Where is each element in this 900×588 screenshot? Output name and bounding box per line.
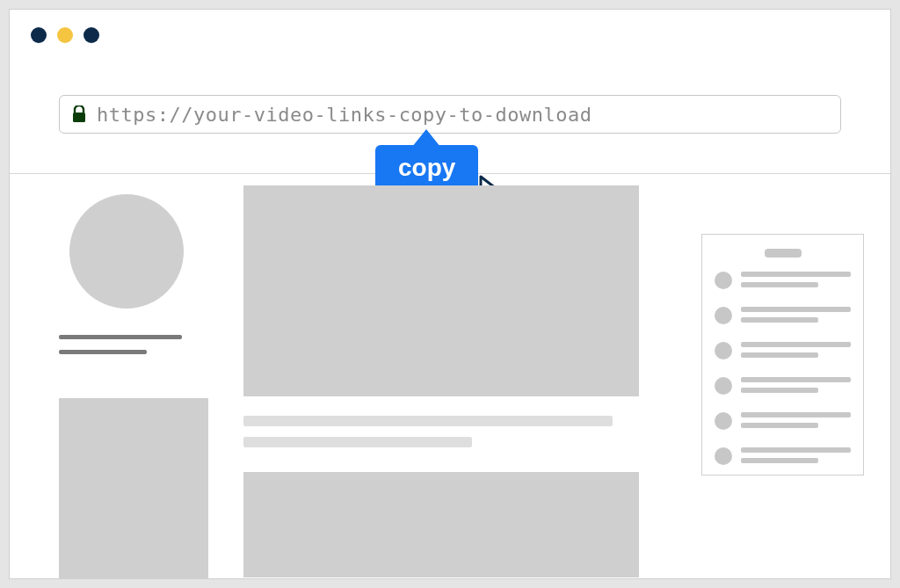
list-item bbox=[715, 307, 851, 328]
bullet-icon bbox=[715, 412, 732, 430]
list-item bbox=[715, 272, 851, 293]
list-item bbox=[715, 342, 851, 363]
bullet-icon bbox=[715, 342, 732, 359]
description-skeleton bbox=[243, 416, 639, 447]
browser-window: https://your-video-links-copy-to-downloa… bbox=[9, 9, 891, 579]
panel-header-skeleton bbox=[765, 249, 802, 258]
sidebar-column bbox=[59, 185, 208, 578]
list-item bbox=[715, 412, 851, 433]
copy-tooltip-label: copy bbox=[398, 154, 455, 181]
svg-rect-0 bbox=[73, 113, 85, 122]
list-item bbox=[715, 377, 851, 398]
lock-icon bbox=[72, 105, 86, 123]
url-text[interactable]: https://your-video-links-copy-to-downloa… bbox=[97, 104, 592, 126]
window-control-dot[interactable] bbox=[57, 27, 73, 43]
skeleton-line bbox=[243, 437, 472, 447]
main-column bbox=[243, 185, 639, 578]
skeleton-line bbox=[243, 416, 613, 426]
recommendations-panel bbox=[701, 234, 864, 475]
thumbnail-placeholder bbox=[59, 398, 208, 579]
page-content bbox=[59, 185, 864, 578]
bullet-icon bbox=[715, 377, 732, 395]
list-item bbox=[715, 447, 851, 468]
address-bar-container: https://your-video-links-copy-to-downloa… bbox=[59, 95, 841, 134]
address-bar[interactable]: https://your-video-links-copy-to-downloa… bbox=[59, 95, 841, 134]
bullet-icon bbox=[715, 307, 732, 324]
bullet-icon bbox=[715, 272, 732, 289]
window-control-dot[interactable] bbox=[83, 27, 99, 43]
avatar-placeholder bbox=[69, 194, 184, 309]
bullet-icon bbox=[715, 447, 732, 465]
video-placeholder bbox=[243, 185, 639, 396]
window-control-dot[interactable] bbox=[31, 27, 47, 43]
skeleton-line bbox=[59, 350, 147, 354]
video-placeholder bbox=[243, 472, 639, 577]
skeleton-line bbox=[59, 335, 182, 339]
right-column bbox=[674, 185, 864, 578]
window-controls bbox=[31, 27, 99, 43]
